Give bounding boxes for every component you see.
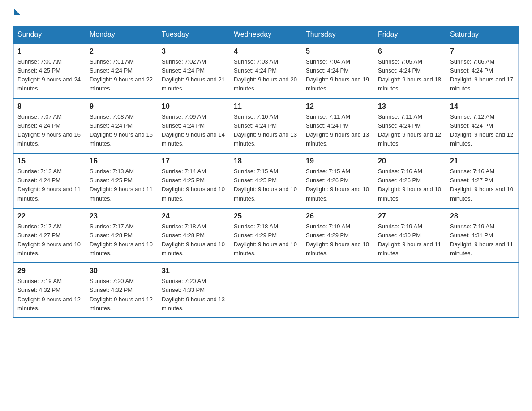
calendar-cell	[230, 263, 302, 318]
calendar-cell: 12Sunrise: 7:11 AMSunset: 4:24 PMDayligh…	[302, 98, 374, 154]
calendar-cell: 21Sunrise: 7:16 AMSunset: 4:27 PMDayligh…	[446, 153, 519, 208]
calendar-cell: 30Sunrise: 7:20 AMSunset: 4:32 PMDayligh…	[86, 263, 158, 318]
calendar-cell: 15Sunrise: 7:13 AMSunset: 4:24 PMDayligh…	[14, 153, 86, 208]
day-info: Sunrise: 7:02 AMSunset: 4:24 PMDaylight:…	[162, 57, 226, 94]
calendar-cell: 1Sunrise: 7:00 AMSunset: 4:25 PMDaylight…	[14, 43, 86, 98]
day-info: Sunrise: 7:12 AMSunset: 4:24 PMDaylight:…	[450, 112, 515, 149]
day-info: Sunrise: 7:13 AMSunset: 4:24 PMDaylight:…	[17, 167, 82, 203]
calendar-header-saturday: Saturday	[446, 26, 519, 44]
calendar-cell: 11Sunrise: 7:10 AMSunset: 4:24 PMDayligh…	[230, 98, 302, 154]
calendar-cell: 4Sunrise: 7:03 AMSunset: 4:24 PMDaylight…	[230, 43, 302, 98]
day-info: Sunrise: 7:00 AMSunset: 4:25 PMDaylight:…	[17, 57, 82, 94]
calendar-header-wednesday: Wednesday	[230, 26, 302, 44]
day-info: Sunrise: 7:11 AMSunset: 4:24 PMDaylight:…	[378, 112, 442, 149]
calendar-cell	[446, 263, 519, 318]
day-info: Sunrise: 7:06 AMSunset: 4:24 PMDaylight:…	[450, 57, 515, 94]
calendar-week-row: 29Sunrise: 7:19 AMSunset: 4:32 PMDayligh…	[14, 263, 519, 318]
day-number: 4	[234, 47, 298, 56]
day-info: Sunrise: 7:01 AMSunset: 4:24 PMDaylight:…	[90, 57, 154, 94]
day-number: 22	[17, 212, 82, 220]
day-info: Sunrise: 7:20 AMSunset: 4:32 PMDaylight:…	[90, 277, 154, 313]
day-number: 23	[90, 212, 154, 220]
day-info: Sunrise: 7:11 AMSunset: 4:24 PMDaylight:…	[306, 112, 370, 149]
calendar-cell: 28Sunrise: 7:19 AMSunset: 4:31 PMDayligh…	[446, 208, 519, 263]
day-info: Sunrise: 7:19 AMSunset: 4:29 PMDaylight:…	[306, 222, 370, 258]
calendar-week-row: 8Sunrise: 7:07 AMSunset: 4:24 PMDaylight…	[14, 98, 519, 154]
calendar-cell: 5Sunrise: 7:04 AMSunset: 4:24 PMDaylight…	[302, 43, 374, 98]
calendar-cell: 25Sunrise: 7:18 AMSunset: 4:29 PMDayligh…	[230, 208, 302, 263]
day-info: Sunrise: 7:13 AMSunset: 4:25 PMDaylight:…	[90, 167, 154, 203]
day-info: Sunrise: 7:16 AMSunset: 4:26 PMDaylight:…	[378, 167, 442, 203]
day-number: 1	[17, 47, 82, 56]
day-info: Sunrise: 7:03 AMSunset: 4:24 PMDaylight:…	[234, 57, 298, 94]
day-info: Sunrise: 7:15 AMSunset: 4:26 PMDaylight:…	[306, 167, 370, 203]
day-info: Sunrise: 7:17 AMSunset: 4:27 PMDaylight:…	[17, 222, 82, 258]
calendar-cell: 2Sunrise: 7:01 AMSunset: 4:24 PMDaylight…	[86, 43, 158, 98]
calendar-header-tuesday: Tuesday	[158, 26, 230, 44]
calendar-cell: 19Sunrise: 7:15 AMSunset: 4:26 PMDayligh…	[302, 153, 374, 208]
logo	[13, 9, 21, 17]
calendar-cell: 8Sunrise: 7:07 AMSunset: 4:24 PMDaylight…	[14, 98, 86, 154]
calendar-cell: 10Sunrise: 7:09 AMSunset: 4:24 PMDayligh…	[158, 98, 230, 154]
day-number: 21	[450, 157, 515, 165]
day-number: 6	[378, 47, 442, 56]
day-info: Sunrise: 7:15 AMSunset: 4:25 PMDaylight:…	[234, 167, 298, 203]
day-number: 30	[90, 267, 154, 275]
day-info: Sunrise: 7:09 AMSunset: 4:24 PMDaylight:…	[162, 112, 226, 149]
calendar-cell: 23Sunrise: 7:17 AMSunset: 4:28 PMDayligh…	[86, 208, 158, 263]
day-number: 9	[90, 103, 154, 111]
day-number: 16	[90, 157, 154, 165]
page-header	[13, 9, 519, 17]
day-info: Sunrise: 7:10 AMSunset: 4:24 PMDaylight:…	[234, 112, 298, 149]
day-number: 24	[162, 212, 226, 220]
calendar-cell: 22Sunrise: 7:17 AMSunset: 4:27 PMDayligh…	[14, 208, 86, 263]
calendar-cell: 3Sunrise: 7:02 AMSunset: 4:24 PMDaylight…	[158, 43, 230, 98]
calendar-week-row: 1Sunrise: 7:00 AMSunset: 4:25 PMDaylight…	[14, 43, 519, 98]
calendar-cell: 17Sunrise: 7:14 AMSunset: 4:25 PMDayligh…	[158, 153, 230, 208]
day-number: 29	[17, 267, 82, 275]
calendar-cell: 16Sunrise: 7:13 AMSunset: 4:25 PMDayligh…	[86, 153, 158, 208]
calendar-cell: 31Sunrise: 7:20 AMSunset: 4:33 PMDayligh…	[158, 263, 230, 318]
day-number: 31	[162, 267, 226, 275]
logo-arrow-icon	[14, 9, 21, 15]
calendar-cell: 18Sunrise: 7:15 AMSunset: 4:25 PMDayligh…	[230, 153, 302, 208]
day-info: Sunrise: 7:14 AMSunset: 4:25 PMDaylight:…	[162, 167, 226, 203]
day-info: Sunrise: 7:08 AMSunset: 4:24 PMDaylight:…	[90, 112, 154, 149]
day-number: 12	[306, 103, 370, 111]
calendar-cell	[374, 263, 446, 318]
day-info: Sunrise: 7:07 AMSunset: 4:24 PMDaylight:…	[17, 112, 82, 149]
day-info: Sunrise: 7:17 AMSunset: 4:28 PMDaylight:…	[90, 222, 154, 258]
day-info: Sunrise: 7:16 AMSunset: 4:27 PMDaylight:…	[450, 167, 515, 203]
day-number: 8	[17, 103, 82, 111]
calendar-header-monday: Monday	[86, 26, 158, 44]
calendar-cell: 26Sunrise: 7:19 AMSunset: 4:29 PMDayligh…	[302, 208, 374, 263]
calendar-cell: 7Sunrise: 7:06 AMSunset: 4:24 PMDaylight…	[446, 43, 519, 98]
calendar-week-row: 15Sunrise: 7:13 AMSunset: 4:24 PMDayligh…	[14, 153, 519, 208]
day-info: Sunrise: 7:19 AMSunset: 4:30 PMDaylight:…	[378, 222, 442, 258]
calendar-week-row: 22Sunrise: 7:17 AMSunset: 4:27 PMDayligh…	[14, 208, 519, 263]
day-number: 13	[378, 103, 442, 111]
day-number: 25	[234, 212, 298, 220]
calendar-table: SundayMondayTuesdayWednesdayThursdayFrid…	[13, 26, 519, 318]
day-number: 10	[162, 103, 226, 111]
day-number: 15	[17, 157, 82, 165]
calendar-header-thursday: Thursday	[302, 26, 374, 44]
day-number: 28	[450, 212, 515, 220]
day-number: 2	[90, 47, 154, 56]
day-info: Sunrise: 7:05 AMSunset: 4:24 PMDaylight:…	[378, 57, 442, 94]
day-number: 18	[234, 157, 298, 165]
calendar-cell: 13Sunrise: 7:11 AMSunset: 4:24 PMDayligh…	[374, 98, 446, 154]
calendar-cell: 20Sunrise: 7:16 AMSunset: 4:26 PMDayligh…	[374, 153, 446, 208]
day-info: Sunrise: 7:19 AMSunset: 4:31 PMDaylight:…	[450, 222, 515, 258]
day-number: 5	[306, 47, 370, 56]
day-number: 14	[450, 103, 515, 111]
day-info: Sunrise: 7:19 AMSunset: 4:32 PMDaylight:…	[17, 277, 82, 313]
day-number: 19	[306, 157, 370, 165]
calendar-cell: 27Sunrise: 7:19 AMSunset: 4:30 PMDayligh…	[374, 208, 446, 263]
day-number: 27	[378, 212, 442, 220]
calendar-cell	[302, 263, 374, 318]
day-info: Sunrise: 7:20 AMSunset: 4:33 PMDaylight:…	[162, 277, 226, 313]
day-info: Sunrise: 7:04 AMSunset: 4:24 PMDaylight:…	[306, 57, 370, 94]
day-number: 20	[378, 157, 442, 165]
calendar-header-row: SundayMondayTuesdayWednesdayThursdayFrid…	[14, 26, 519, 44]
